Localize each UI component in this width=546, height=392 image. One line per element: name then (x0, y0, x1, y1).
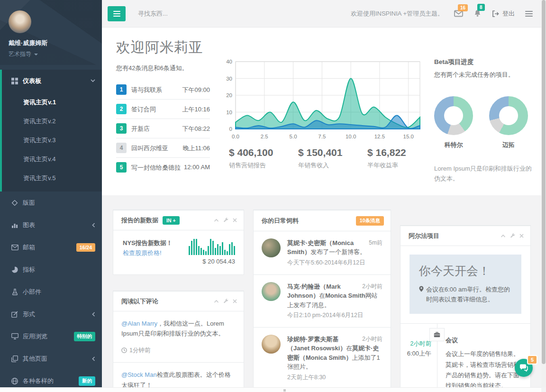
logout-label: 登出 (502, 9, 515, 18)
stock-value: $ 20 054.43 (182, 258, 235, 265)
feed-subtext: 今天下午5:60-2014年6月12日 (287, 258, 382, 267)
globe-icon (11, 378, 18, 384)
right-sidebar-toggle-icon[interactable] (525, 11, 533, 17)
chevron-down-icon (91, 79, 95, 82)
page-title: 欢迎阿米莉亚 (116, 38, 210, 57)
sidebar-item-label: 其他页面 (23, 355, 92, 363)
sidebar-toggle-button[interactable] (108, 6, 126, 21)
meeting-banner-text: 会议在6:00 am举行。检查您的时间表以查看详细信息。 (419, 285, 513, 305)
close-icon[interactable] (233, 218, 237, 222)
panel-title: 报告的新数据 (121, 216, 158, 225)
collapse-icon[interactable] (500, 234, 506, 238)
sidebar-item-app-views[interactable]: 应用浏览 特别的 (0, 325, 102, 347)
svg-text:12.5: 12.5 (374, 134, 385, 139)
todo-item: 4 回叫西尔维亚 晚上11:06 (116, 138, 210, 158)
sidebar-item-charts[interactable]: 图表 (0, 214, 102, 236)
donut-maituo: 迈拓 (489, 96, 528, 149)
user-role-dropdown[interactable]: 艺术指导 (9, 50, 93, 58)
sidebar-item-dashboard-v2[interactable]: 资讯主页v.2 (2, 112, 102, 131)
svg-text:2.5: 2.5 (261, 134, 268, 139)
svg-text:0: 0 (229, 126, 232, 132)
beta-subtitle: 您有两个未完成任务的项目。 (434, 71, 536, 79)
stat-sales-report: $ 406,100 销售营销报告 (229, 147, 298, 170)
todo-item: 2 签订合同 上午10:16 (116, 100, 210, 119)
sidebar-item-forms[interactable]: 形式 (0, 303, 102, 325)
sidebar-item-other-pages[interactable]: 其他页面 (0, 347, 102, 370)
copy-icon (11, 356, 18, 362)
bar-chart-icon (11, 222, 18, 228)
search-input[interactable] (138, 10, 237, 17)
report-headline: NYS报告新数据！ (123, 239, 182, 247)
collapse-icon[interactable] (214, 300, 219, 303)
sidebar-item-metrics[interactable]: 指标 (0, 258, 102, 281)
comment-item: @Stock Man检查此股票图表。这个价格太疯狂了！ (113, 363, 244, 387)
settings-wrench-icon[interactable] (510, 233, 515, 238)
settings-wrench-icon[interactable] (223, 299, 228, 304)
notifications-bell-icon[interactable]: 8 (473, 9, 482, 18)
todo-list: 1 请与我联系 下午09:00 2 签订合同 上午10:16 3 开新店 下午0… (116, 80, 210, 177)
chat-fab-button[interactable]: 5 (515, 359, 533, 377)
location-pin-icon (419, 286, 424, 292)
page-content: 欢迎阿米莉亚 您有42条消息和6条通知。 1 请与我联系 下午09:00 2 签… (102, 27, 541, 387)
main-area: 欢迎使用INSPINIA +管理员主题。 16 8 登出 欢迎阿米莉亚 您有42… (102, 0, 541, 387)
user-mention-link[interactable]: @Alan Marry (121, 320, 157, 327)
feed-subtext: 2天前上午8:30 (287, 373, 382, 382)
svg-text:40: 40 (226, 59, 232, 64)
mailbox-badge: 16/24 (76, 243, 95, 252)
feed-subtext: 今日2:10 pm-2014年6月12日 (287, 311, 382, 320)
profile-section: 戴维·威廉姆斯 艺术指导 (0, 0, 102, 65)
feed-item: 2小时前 马克·约翰逊（Mark Johnson）在Monica Smith网站… (254, 275, 391, 328)
sidebar-item-mailbox[interactable]: 邮箱 16/24 (0, 236, 102, 258)
sidebar-item-dashboard-v5[interactable]: 资讯主页v.5 (2, 169, 102, 188)
stats-row: $ 406,100 销售营销报告 $ 150,401 年销售收入 $ 16,82… (221, 147, 423, 170)
beta-project-section: Beta项目进度 您有两个未完成任务的项目。 科特尔 迈拓 Lorem Ipsu… (434, 38, 536, 184)
meeting-banner-title: 你今天开会！ (419, 263, 513, 279)
todo-number-badge: 2 (116, 104, 127, 114)
traffic-area-chart: 0102030400.02.55.07.510.012.515.0 (221, 58, 423, 141)
donut-chart (434, 96, 473, 135)
scrollbar-thumb[interactable] (542, 0, 546, 364)
sidebar-item-widgets[interactable]: 小部件 (0, 281, 102, 303)
check-stock-link[interactable]: 检查股票价格! (123, 249, 162, 257)
user-name: 戴维·威廉姆斯 (9, 39, 93, 47)
close-icon[interactable] (233, 299, 237, 303)
panel-title: 阿尔法项目 (409, 232, 439, 240)
topbar: 欢迎使用INSPINIA +管理员主题。 16 8 登出 (102, 0, 541, 27)
collapse-icon[interactable] (214, 219, 219, 222)
feed-item: 5m前 莫妮卡·史密斯（Monica Smith）发布了一个新博客。 今天下午5… (254, 231, 391, 275)
user-avatar[interactable] (9, 10, 31, 33)
sidebar-item-layouts[interactable]: 版面 (0, 191, 102, 214)
close-icon[interactable] (519, 234, 524, 238)
todo-number-badge: 5 (116, 162, 127, 173)
messages-icon[interactable]: 16 (454, 10, 463, 17)
sidebar-item-dashboard[interactable]: 仪表板 (0, 70, 102, 92)
todo-item: 1 请与我联系 下午09:00 (116, 80, 210, 100)
sidebar-item-dashboard-v3[interactable]: 资讯主页v.3 (2, 131, 102, 150)
scrollbar-thumb[interactable] (283, 389, 286, 392)
todo-number-badge: 1 (116, 84, 127, 95)
beta-title: Beta项目进度 (434, 58, 536, 66)
user-role-label: 艺术指导 (9, 50, 31, 58)
edit-icon (11, 311, 18, 318)
stat-annual-revenue: $ 150,401 年销售收入 (298, 147, 367, 170)
feed-item: 2小时前 珍妮特·罗素夫斯基（Janet Rosowski）在莫妮卡·史密斯（M… (254, 328, 391, 387)
panel-alpha: 阿尔法项目 你今天开会！ 会议在6:00 am举行。检查您的时间表以查看详细信息… (400, 225, 531, 387)
user-mention-link[interactable]: @Stock Man (121, 371, 157, 378)
sidebar-nav: 仪表板 资讯主页v.1 资讯主页v.2 资讯主页v.3 资讯主页v.4 资讯主页… (0, 70, 102, 392)
messages-count-badge: 16 (458, 4, 468, 11)
column-left: 报告的新数据 IN + NYS报告新数据！ 检查股票价格! (113, 210, 244, 387)
vertical-scrollbar[interactable] (541, 0, 546, 387)
chevron-left-icon (92, 223, 95, 228)
horizontal-scrollbar[interactable] (0, 387, 541, 392)
envelope-icon (11, 245, 18, 250)
sidebar-item-dashboard-v1[interactable]: 资讯主页v.1 (2, 93, 102, 112)
settings-wrench-icon[interactable] (223, 218, 228, 223)
flask-icon (11, 289, 18, 295)
sidebar-item-label: 小部件 (23, 288, 95, 296)
logout-button[interactable]: 登出 (492, 9, 515, 18)
sidebar-item-label: 应用浏览 (23, 332, 74, 341)
timeline-text: 会议上一年度的销售结果。莫妮卡，请检查市场营销和产品的销售趋势。请在下面找到销售… (446, 349, 525, 387)
dashboard-submenu: 资讯主页v.1 资讯主页v.2 资讯主页v.3 资讯主页v.4 资讯主页v.5 (0, 92, 102, 191)
sidebar-item-dashboard-v4[interactable]: 资讯主页v.4 (2, 150, 102, 169)
notifications-count-badge: 8 (477, 4, 485, 11)
